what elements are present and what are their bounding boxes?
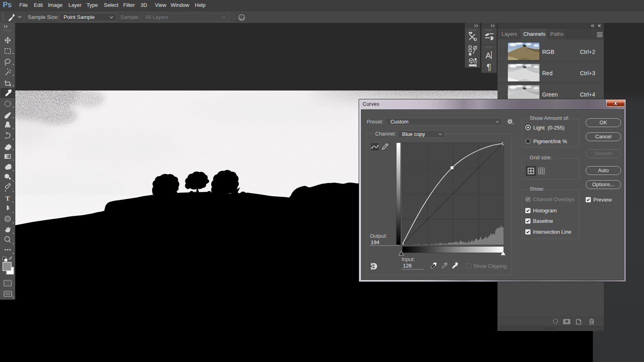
svg-text:¶: ¶ xyxy=(487,62,491,72)
svg-text:Ctrl+4: Ctrl+4 xyxy=(580,91,595,98)
svg-text:Channels: Channels xyxy=(523,31,545,37)
svg-text:Red: Red xyxy=(542,70,553,76)
svg-text:Layers: Layers xyxy=(502,31,518,37)
svg-text:A: A xyxy=(485,51,491,60)
svg-text:Paths: Paths xyxy=(550,31,564,37)
svg-text:T: T xyxy=(5,195,10,202)
svg-text:RGB: RGB xyxy=(542,49,554,55)
svg-text:Ctrl+2: Ctrl+2 xyxy=(580,49,595,55)
svg-text:Green: Green xyxy=(542,91,558,98)
svg-text:Ctrl+3: Ctrl+3 xyxy=(580,70,595,76)
